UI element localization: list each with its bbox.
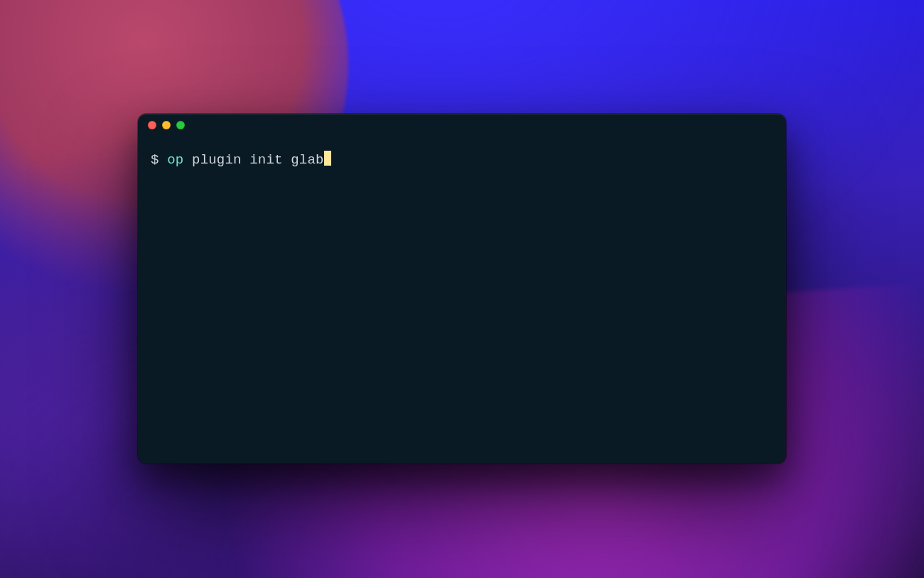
minimize-icon[interactable] (162, 121, 171, 129)
prompt-symbol: $ (151, 152, 167, 168)
command-name: op (167, 152, 183, 168)
window-titlebar[interactable] (138, 114, 786, 136)
cursor-icon (324, 151, 331, 166)
close-icon[interactable] (148, 121, 156, 129)
command-args: plugin init glab (183, 152, 323, 168)
zoom-icon[interactable] (176, 121, 185, 129)
terminal-body[interactable]: $ op plugin init glab (138, 136, 786, 183)
terminal-window[interactable]: $ op plugin init glab (138, 114, 786, 464)
